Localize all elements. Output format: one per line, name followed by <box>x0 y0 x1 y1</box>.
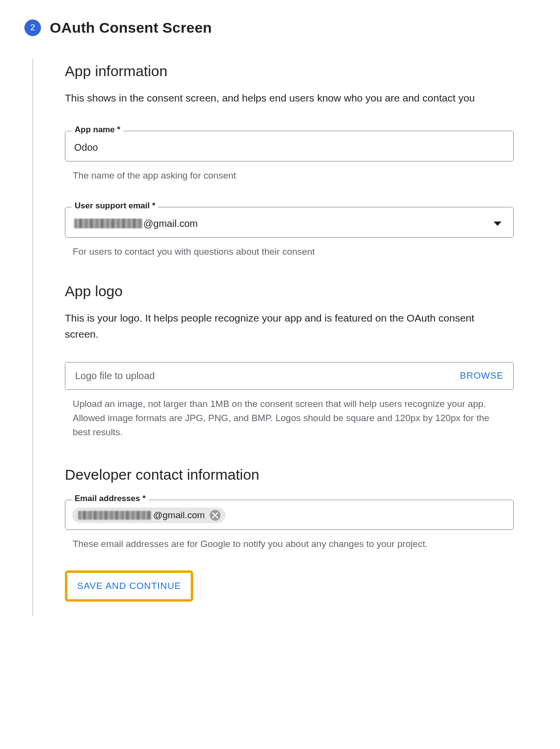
user-support-email-label: User support email * <box>72 201 158 211</box>
logo-upload-field[interactable]: Logo file to upload BROWSE <box>65 362 514 390</box>
app-logo-description: This is your logo. It helps people recog… <box>65 310 509 342</box>
step-header: 2 OAuth Consent Screen <box>24 20 531 36</box>
remove-email-chip-button[interactable] <box>210 510 220 521</box>
app-name-helper: The name of the app asking for consent <box>73 168 502 182</box>
email-addresses-helper: These email addresses are for Google to … <box>73 537 502 551</box>
app-information-description: This shows in the consent screen, and he… <box>65 90 509 106</box>
redacted-email-local-part <box>74 219 142 228</box>
close-icon <box>212 512 218 518</box>
user-support-email-value: @gmail.com <box>74 218 494 229</box>
chevron-down-icon[interactable] <box>494 222 501 226</box>
email-addresses-label: Email addresses * <box>72 494 149 504</box>
content-panel: App information This shows in the consen… <box>32 58 531 616</box>
logo-upload-helper: Upload an image, not larger than 1MB on … <box>73 397 502 440</box>
logo-upload-placeholder: Logo file to upload <box>75 370 155 382</box>
app-logo-heading: App logo <box>65 283 531 300</box>
user-support-email-field[interactable]: User support email * @gmail.com <box>65 207 514 238</box>
app-information-heading: App information <box>65 63 531 80</box>
step-number-badge: 2 <box>24 20 41 36</box>
app-name-field[interactable]: App name * Odoo <box>65 131 514 162</box>
save-and-continue-highlight: SAVE AND CONTINUE <box>65 570 193 602</box>
redacted-email-local-part <box>78 511 151 520</box>
email-chip: @gmail.com <box>72 507 225 523</box>
email-chip-domain: @gmail.com <box>153 510 205 521</box>
browse-button[interactable]: BROWSE <box>460 370 503 381</box>
user-support-email-domain: @gmail.com <box>143 218 198 229</box>
step-title: OAuth Consent Screen <box>50 20 212 36</box>
app-name-label: App name * <box>72 125 123 135</box>
save-and-continue-button[interactable]: SAVE AND CONTINUE <box>67 573 191 599</box>
email-addresses-field[interactable]: Email addresses * @gmail.com <box>65 500 514 530</box>
app-name-value: Odoo <box>74 142 504 153</box>
developer-contact-heading: Developer contact information <box>65 466 531 483</box>
user-support-email-helper: For users to contact you with questions … <box>73 244 502 259</box>
